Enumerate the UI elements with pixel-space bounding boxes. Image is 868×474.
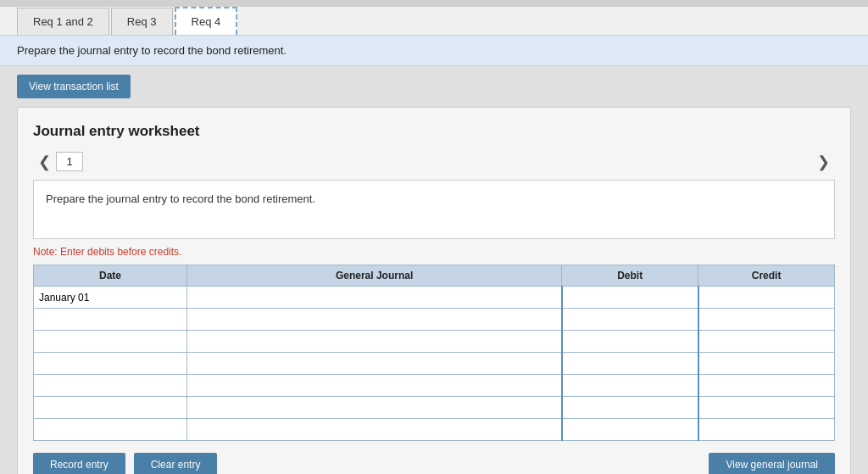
table-row (34, 331, 835, 353)
general-journal-cell[interactable] (186, 331, 561, 353)
col-header-date: Date (34, 265, 187, 287)
table-row (34, 353, 835, 375)
date-cell[interactable] (34, 353, 187, 375)
table-row (34, 397, 835, 419)
table-row (34, 309, 835, 331)
view-transaction-button[interactable]: View transaction list (17, 75, 131, 98)
col-header-debit: Debit (562, 265, 698, 287)
description-text: Prepare the journal entry to record the … (46, 192, 315, 205)
view-general-journal-button[interactable]: View general journal (709, 453, 835, 474)
note-text: Note: Enter debits before credits. (33, 246, 835, 258)
date-cell[interactable] (34, 331, 187, 353)
credit-cell[interactable] (698, 419, 835, 441)
debit-cell[interactable] (562, 353, 698, 375)
date-cell[interactable] (34, 287, 187, 309)
date-cell[interactable] (34, 309, 187, 331)
general-journal-cell[interactable] (186, 397, 561, 419)
general-journal-cell[interactable] (186, 309, 561, 331)
date-cell[interactable] (34, 419, 187, 441)
instruction-bar: Prepare the journal entry to record the … (0, 36, 868, 66)
page-number: 1 (56, 152, 83, 171)
journal-table: Date General Journal Debit Credit (33, 265, 835, 441)
debit-cell[interactable] (562, 309, 698, 331)
debit-cell[interactable] (562, 397, 698, 419)
nav-row: ❮ 1 ❯ (33, 152, 835, 171)
prev-page-button[interactable]: ❮ (33, 153, 56, 171)
table-row (34, 419, 835, 441)
credit-cell[interactable] (698, 353, 835, 375)
date-cell[interactable] (34, 397, 187, 419)
record-entry-button[interactable]: Record entry (33, 453, 125, 474)
action-buttons: Record entry Clear entry View general jo… (33, 453, 835, 474)
instruction-text: Prepare the journal entry to record the … (17, 44, 287, 57)
credit-cell[interactable] (698, 375, 835, 397)
tab-req1and2[interactable]: Req 1 and 2 (17, 8, 109, 35)
debit-cell[interactable] (562, 287, 698, 309)
general-journal-cell[interactable] (186, 353, 561, 375)
worksheet-title: Journal entry worksheet (33, 123, 835, 140)
credit-cell[interactable] (698, 287, 835, 309)
date-cell[interactable] (34, 375, 187, 397)
debit-cell[interactable] (562, 419, 698, 441)
debit-cell[interactable] (562, 375, 698, 397)
table-row (34, 375, 835, 397)
tab-req3[interactable]: Req 3 (111, 8, 173, 35)
description-box: Prepare the journal entry to record the … (33, 180, 835, 239)
next-page-button[interactable]: ❯ (812, 153, 835, 171)
general-journal-cell[interactable] (186, 419, 561, 441)
general-journal-cell[interactable] (186, 287, 561, 309)
general-journal-cell[interactable] (186, 375, 561, 397)
credit-cell[interactable] (698, 309, 835, 331)
col-header-gj: General Journal (186, 265, 561, 287)
credit-cell[interactable] (698, 331, 835, 353)
debit-cell[interactable] (562, 331, 698, 353)
tabs-container: Req 1 and 2 Req 3 Req 4 (0, 7, 868, 36)
table-row (34, 287, 835, 309)
tab-req4[interactable]: Req 4 (175, 7, 238, 35)
credit-cell[interactable] (698, 397, 835, 419)
clear-entry-button[interactable]: Clear entry (134, 453, 218, 474)
worksheet-container: Journal entry worksheet ❮ 1 ❯ Prepare th… (17, 107, 851, 474)
col-header-credit: Credit (698, 265, 835, 287)
